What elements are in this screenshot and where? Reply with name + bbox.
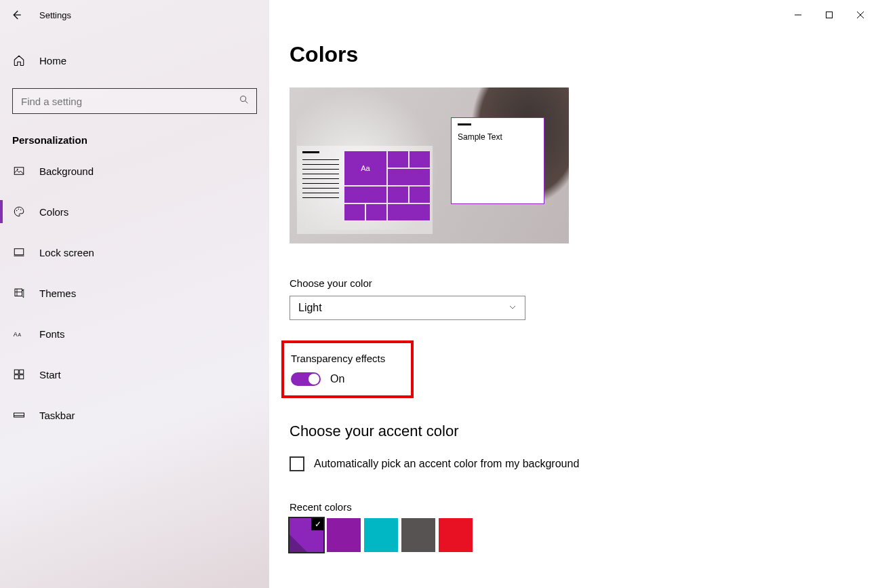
close-button[interactable] xyxy=(845,4,876,26)
search-icon xyxy=(239,94,250,108)
title-bar: Settings xyxy=(0,0,876,30)
recent-color-swatches: ✓ xyxy=(290,518,856,552)
recent-colors-label: Recent colors xyxy=(290,501,856,513)
app-title: Settings xyxy=(39,10,71,20)
sidebar-item-label: Start xyxy=(39,369,61,380)
choose-color-dropdown[interactable]: Light xyxy=(290,296,525,320)
taskbar-icon xyxy=(12,408,26,422)
maximize-icon xyxy=(826,12,833,18)
color-preview: Aa Sample Text xyxy=(290,87,569,243)
sidebar-item-label: Themes xyxy=(39,288,76,299)
close-icon xyxy=(857,12,864,18)
transparency-highlight: Transparency effects On xyxy=(281,340,414,398)
recent-color-swatch[interactable] xyxy=(327,518,361,552)
main-content: Colors Aa Sample Text xyxy=(269,0,876,588)
sidebar-section-header: Personalization xyxy=(0,114,269,155)
transparency-label: Transparency effects xyxy=(291,353,401,364)
lock-screen-icon xyxy=(12,246,26,259)
start-icon xyxy=(12,368,26,381)
svg-rect-8 xyxy=(15,289,22,296)
auto-accent-label: Automatically pick an accent color from … xyxy=(314,458,579,470)
sidebar-home[interactable]: Home xyxy=(0,45,269,76)
svg-rect-0 xyxy=(827,12,833,18)
sidebar-item-label: Fonts xyxy=(39,328,65,340)
svg-point-6 xyxy=(20,210,22,211)
themes-icon xyxy=(12,286,26,300)
svg-rect-11 xyxy=(14,370,18,374)
sidebar-item-label: Background xyxy=(39,165,94,177)
svg-rect-13 xyxy=(14,375,18,379)
sidebar-item-start[interactable]: Start xyxy=(0,359,269,390)
preview-tile-aa: Aa xyxy=(344,151,386,185)
auto-accent-checkbox[interactable] xyxy=(290,456,304,471)
palette-icon xyxy=(12,205,26,218)
svg-rect-2 xyxy=(14,168,24,175)
sidebar-item-label: Lock screen xyxy=(39,247,94,258)
search-box[interactable] xyxy=(12,88,257,114)
recent-color-swatch[interactable] xyxy=(439,518,473,552)
transparency-toggle[interactable] xyxy=(291,372,321,386)
home-icon xyxy=(12,54,26,67)
picture-icon xyxy=(12,164,26,178)
preview-start-panel: Aa xyxy=(297,146,433,234)
preview-sample-text: Sample Text xyxy=(458,132,538,142)
maximize-button[interactable] xyxy=(814,4,845,26)
arrow-left-icon xyxy=(10,9,22,21)
sidebar-item-taskbar[interactable]: Taskbar xyxy=(0,399,269,431)
recent-color-swatch[interactable] xyxy=(401,518,435,552)
preview-sample-card: Sample Text xyxy=(451,117,544,204)
fonts-icon: AA xyxy=(12,327,26,340)
svg-rect-12 xyxy=(20,370,24,374)
accent-heading: Choose your accent color xyxy=(290,423,856,440)
svg-text:A: A xyxy=(18,332,22,337)
svg-rect-14 xyxy=(20,375,24,379)
sidebar-item-background[interactable]: Background xyxy=(0,155,269,187)
sidebar-home-label: Home xyxy=(39,55,66,66)
sidebar-item-fonts[interactable]: AA Fonts xyxy=(0,318,269,349)
choose-color-value: Light xyxy=(298,302,322,314)
search-input[interactable] xyxy=(13,89,229,113)
sidebar-item-label: Taskbar xyxy=(39,410,75,421)
recent-color-swatch[interactable] xyxy=(364,518,398,552)
svg-point-5 xyxy=(18,209,20,210)
svg-text:A: A xyxy=(14,331,18,338)
svg-point-4 xyxy=(16,210,18,212)
sidebar: Home Personalization Background Colors L… xyxy=(0,0,269,588)
minimize-icon xyxy=(795,12,801,18)
svg-rect-15 xyxy=(14,413,24,417)
chevron-down-icon xyxy=(509,302,517,314)
back-button[interactable] xyxy=(7,5,26,24)
sidebar-item-themes[interactable]: Themes xyxy=(0,277,269,309)
page-title: Colors xyxy=(290,42,856,67)
svg-point-3 xyxy=(17,169,18,170)
svg-point-1 xyxy=(241,96,246,102)
recent-color-swatch[interactable]: ✓ xyxy=(290,518,323,552)
sidebar-item-label: Colors xyxy=(39,206,68,218)
choose-color-label: Choose your color xyxy=(290,277,856,289)
sidebar-item-colors[interactable]: Colors xyxy=(0,196,269,227)
transparency-state: On xyxy=(330,373,344,385)
svg-rect-7 xyxy=(14,249,24,255)
minimize-button[interactable] xyxy=(782,4,814,26)
sidebar-item-lock-screen[interactable]: Lock screen xyxy=(0,237,269,268)
